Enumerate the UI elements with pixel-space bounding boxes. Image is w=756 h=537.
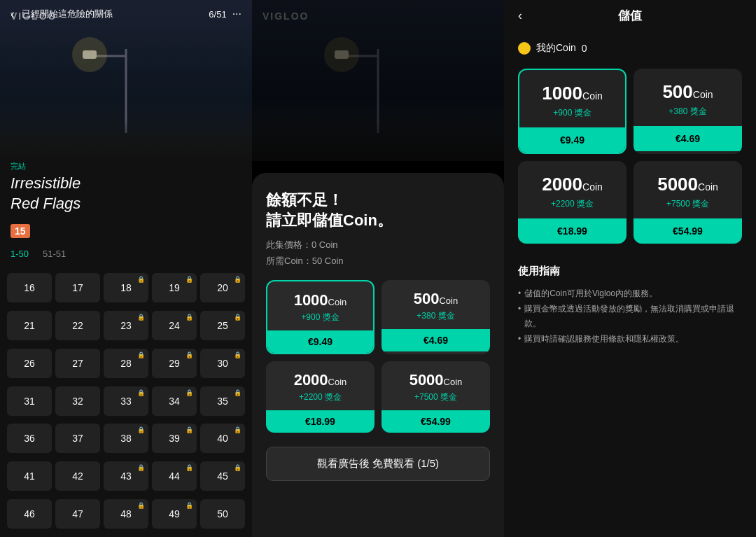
right-coin-option-2[interactable]: 2000Coin+2200 獎金€18.99 xyxy=(518,161,626,244)
watch-ad-button[interactable]: 觀看廣告後 免費觀看 (1/5) xyxy=(266,447,490,481)
modal-coin-option-2[interactable]: 2000Coin+2200 獎金€18.99 xyxy=(266,361,374,433)
right-coin-option-1[interactable]: 500Coin+380 獎金€4.69 xyxy=(634,69,742,154)
episode-cell[interactable]: 23🔒 xyxy=(104,311,148,340)
episode-number: 40 xyxy=(217,433,228,444)
lock-icon: 🔒 xyxy=(234,389,241,396)
episode-cell[interactable]: 38🔒 xyxy=(104,424,148,453)
episode-number: 26 xyxy=(24,358,35,369)
episode-cell[interactable]: 35🔒 xyxy=(200,386,245,416)
guide-item: •購買時請確認服務使用條款和隱私權政策。 xyxy=(518,332,742,347)
guide-item: •儲值的Coin可用於Vigloo內的服務。 xyxy=(518,286,742,302)
episode-cell[interactable]: 42 xyxy=(55,461,100,491)
complete-badge: 完結 xyxy=(10,161,26,172)
coin-icon xyxy=(518,42,531,55)
episode-cell[interactable]: 43🔒 xyxy=(104,461,148,491)
episode-number: 50 xyxy=(217,508,228,519)
coin-price-button[interactable]: €9.49 xyxy=(267,330,373,353)
episode-cell[interactable]: 46 xyxy=(7,499,52,529)
streetlight-illustration xyxy=(70,21,182,133)
episode-cell[interactable]: 24🔒 xyxy=(152,311,197,340)
coin-amount: 500Coin xyxy=(390,290,482,308)
coin-bonus: +7500 獎金 xyxy=(390,391,482,403)
right-coin-bonus: +7500 獎金 xyxy=(642,198,734,210)
episode-cell[interactable]: 47 xyxy=(55,499,100,529)
modal-coin-option-1[interactable]: 500Coin+380 獎金€4.69 xyxy=(382,280,490,354)
modal-coin-option-0[interactable]: 1000Coin+900 獎金€9.49 xyxy=(266,280,374,354)
more-options-button[interactable]: ··· xyxy=(232,8,241,20)
episode-cell[interactable]: 20🔒 xyxy=(200,273,245,302)
rating-badge: 15 xyxy=(10,224,30,238)
episode-number: 31 xyxy=(24,396,35,407)
episode-cell[interactable]: 49🔒 xyxy=(152,499,197,529)
guide-section: 使用指南 •儲值的Coin可用於Vigloo內的服務。•購買金幣或透過活動發放的… xyxy=(504,258,756,361)
episode-cell[interactable]: 45🔒 xyxy=(200,461,245,491)
right-coin-bonus: +900 獎金 xyxy=(528,107,617,119)
modal-info-needed: 所需Coin：50 Coin xyxy=(266,255,490,267)
episode-cell[interactable]: 36 xyxy=(7,424,52,453)
episode-cell[interactable]: 30🔒 xyxy=(200,349,245,378)
episode-cell[interactable]: 48🔒 xyxy=(104,499,148,529)
guide-bullet: • xyxy=(518,332,521,347)
tab-1-50[interactable]: 1-50 xyxy=(10,249,29,259)
episode-cell[interactable]: 25🔒 xyxy=(200,311,245,340)
right-coin-price-button[interactable]: €54.99 xyxy=(634,218,742,244)
episode-number: 33 xyxy=(120,396,132,407)
episode-cell[interactable]: 27 xyxy=(55,349,100,378)
tab-51-51[interactable]: 51-51 xyxy=(43,249,66,259)
episode-tabs: 1-50 51-51 xyxy=(10,249,66,259)
episode-number: 20 xyxy=(217,282,228,293)
episode-cell[interactable]: 44🔒 xyxy=(152,461,197,491)
episode-cell[interactable]: 33🔒 xyxy=(104,386,148,416)
guide-text: 購買金幣或透過活動發放的獎勵，無法取消購買或申請退款。 xyxy=(524,302,742,332)
left-header: ‹ 已經開始這危險的關係 6/51 ··· xyxy=(0,0,252,28)
episode-cell[interactable]: 22 xyxy=(55,311,100,340)
episode-cell[interactable]: 16 xyxy=(7,273,52,302)
coin-price-button[interactable]: €18.99 xyxy=(266,410,374,433)
episode-number: 22 xyxy=(72,320,83,331)
right-coin-option-3[interactable]: 5000Coin+7500 獎金€54.99 xyxy=(634,161,742,244)
modal-coin-option-3[interactable]: 5000Coin+7500 獎金€54.99 xyxy=(382,361,490,433)
lock-icon: 🔒 xyxy=(186,389,193,396)
episode-cell[interactable]: 28🔒 xyxy=(104,349,148,378)
coin-bonus: +380 獎金 xyxy=(390,310,482,322)
modal-title: 餘額不足！請立即儲值Coin。 xyxy=(266,190,490,230)
episode-number: 36 xyxy=(24,433,35,444)
episode-number: 43 xyxy=(120,470,132,482)
episode-cell[interactable]: 18🔒 xyxy=(104,273,148,302)
episode-cell[interactable]: 31 xyxy=(7,386,52,416)
episode-cell[interactable]: 50 xyxy=(200,499,245,529)
right-coin-option-0[interactable]: 1000Coin+900 獎金€9.49 xyxy=(518,69,626,154)
episode-cell[interactable]: 29🔒 xyxy=(152,349,197,378)
episode-cell[interactable]: 34🔒 xyxy=(152,386,197,416)
right-coin-price-button[interactable]: €9.49 xyxy=(519,127,625,153)
coin-price-button[interactable]: €54.99 xyxy=(382,410,490,433)
episode-number: 18 xyxy=(120,282,132,293)
episode-grid: 161718🔒19🔒20🔒212223🔒24🔒25🔒262728🔒29🔒30🔒3… xyxy=(0,270,252,537)
episode-cell[interactable]: 26 xyxy=(7,349,52,378)
right-coin-price-button[interactable]: €4.69 xyxy=(634,126,742,151)
episode-cell[interactable]: 19🔒 xyxy=(152,273,197,302)
right-back-button[interactable]: ‹ xyxy=(518,8,522,23)
episode-cell[interactable]: 21 xyxy=(7,311,52,340)
right-coin-bonus: +380 獎金 xyxy=(642,106,734,118)
right-coin-amount: 5000Coin xyxy=(642,174,734,195)
episode-number: 21 xyxy=(24,320,35,331)
episode-cell[interactable]: 37 xyxy=(55,424,100,453)
coin-bonus: +900 獎金 xyxy=(276,312,365,323)
right-coin-price-button[interactable]: €18.99 xyxy=(518,218,626,244)
episode-number: 35 xyxy=(217,396,228,407)
episode-cell[interactable]: 17 xyxy=(55,273,100,302)
lock-icon: 🔒 xyxy=(137,276,145,283)
episode-number: 34 xyxy=(169,396,180,407)
left-back-button[interactable]: ‹ xyxy=(10,7,15,22)
lock-icon: 🔒 xyxy=(137,314,145,321)
my-coin-label: 我的Coin xyxy=(536,42,576,55)
episode-cell[interactable]: 32 xyxy=(55,386,100,416)
episode-number: 17 xyxy=(72,282,83,293)
episode-cell[interactable]: 39🔒 xyxy=(152,424,197,453)
episode-cell[interactable]: 41 xyxy=(7,461,52,491)
left-panel: VIGLOO ‹ 已經開始這危險的關係 6/51 ··· 完結 Irresist… xyxy=(0,0,252,537)
coin-price-button[interactable]: €4.69 xyxy=(382,329,490,351)
right-panel: ‹ 儲值 我的Coin 0 1000Coin+900 獎金€9.49500Coi… xyxy=(504,0,756,537)
episode-cell[interactable]: 40🔒 xyxy=(200,424,245,453)
